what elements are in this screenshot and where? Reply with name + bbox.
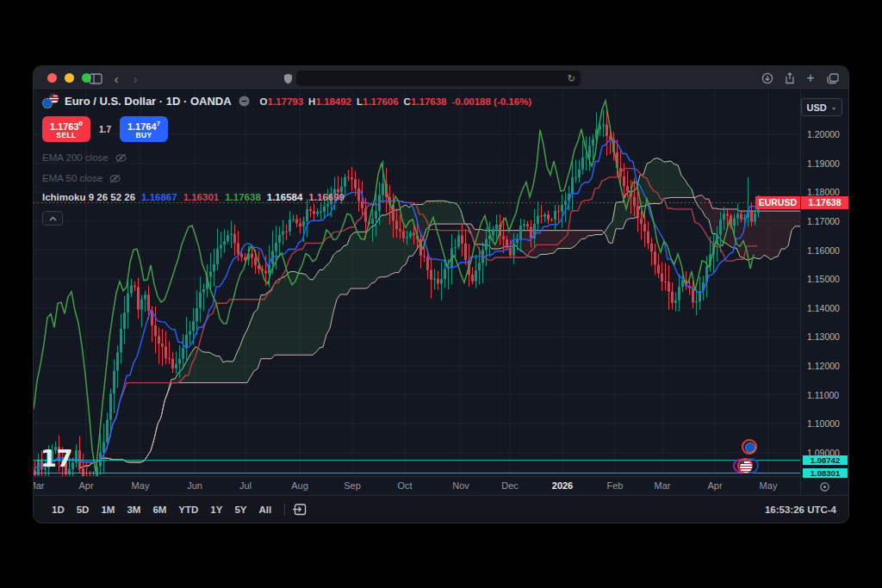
- axis-settings-corner[interactable]: [800, 477, 848, 496]
- indicator-ema200[interactable]: EMA 200 close: [42, 152, 531, 163]
- time-tick-label: Jun: [187, 480, 202, 491]
- eu-event-marker-icon[interactable]: [742, 439, 759, 456]
- currency-dropdown[interactable]: USD ⌄: [801, 98, 842, 116]
- trade-buttons: 1.17630 SELL 1.7 1.17647 BUY: [42, 116, 531, 142]
- range-3m[interactable]: 3M: [121, 502, 146, 517]
- range-ytd[interactable]: YTD: [172, 502, 204, 517]
- chevron-up-icon: [49, 216, 57, 221]
- buy-button[interactable]: 1.17647 BUY: [120, 116, 168, 142]
- symbol-title[interactable]: Euro / U.S. Dollar · 1D · OANDA: [65, 95, 232, 108]
- price-tick-label: 1.17000: [807, 216, 840, 226]
- visibility-off-icon[interactable]: [109, 174, 121, 183]
- forward-button[interactable]: ›: [128, 66, 142, 90]
- time-tick-label: Dec: [501, 480, 519, 491]
- us-flag-icon: [740, 461, 752, 473]
- sell-button[interactable]: 1.17630 SELL: [42, 116, 90, 142]
- price-tick-label: 1.10000: [807, 418, 840, 429]
- currency-pair-icon: [42, 94, 59, 108]
- change-readout: -0.00188 (-0.16%): [452, 96, 532, 107]
- price-tick-label: 1.13000: [807, 331, 840, 342]
- price-tick-label: 1.16000: [807, 245, 840, 256]
- time-tick-label: May: [760, 480, 778, 491]
- traffic-lights: [47, 73, 91, 83]
- time-tick-label: Nov: [452, 480, 469, 491]
- alert-price-label[interactable]: 1.08301: [803, 468, 848, 478]
- legend-collapse-button[interactable]: [42, 211, 63, 226]
- browser-window: ‹ › ↻ + 17: [34, 66, 848, 523]
- browser-toolbar: ‹ › ↻ +: [34, 66, 848, 90]
- gear-icon[interactable]: [819, 481, 830, 492]
- chevron-down-icon: ⌄: [831, 103, 837, 111]
- eu-flag-icon: [42, 98, 53, 108]
- range-5y[interactable]: 5Y: [228, 502, 252, 517]
- visibility-off-icon[interactable]: [115, 153, 127, 163]
- alert-price-label[interactable]: 1.08742: [803, 455, 848, 465]
- share-icon[interactable]: [782, 66, 798, 90]
- legend-collapse-icon[interactable]: [238, 95, 251, 108]
- reload-icon[interactable]: ↻: [568, 74, 575, 84]
- back-button[interactable]: ‹: [109, 66, 123, 90]
- range-1y[interactable]: 1Y: [204, 502, 228, 517]
- price-tick-label: 1.12000: [807, 361, 840, 371]
- minimize-window-button[interactable]: [65, 73, 74, 83]
- time-tick-label: Mar: [34, 480, 44, 491]
- chart-area: 17 Euro / U.S. Dollar · 1D · OANDA: [34, 90, 848, 523]
- bottom-toolbar: 1D 5D 1M 3M 6M YTD 1Y 5Y All 16:53:26 UT…: [34, 495, 848, 523]
- time-tick-label: Mar: [655, 480, 671, 491]
- price-tick-label: 1.14000: [807, 303, 840, 313]
- go-to-date-icon[interactable]: [292, 503, 307, 516]
- last-price-symbol: EURUSD: [755, 196, 800, 209]
- time-tick-label: 2026: [552, 480, 573, 491]
- spread-value: 1.7: [90, 125, 120, 134]
- price-tick-label: 1.11000: [807, 390, 839, 400]
- time-tick-label: Sep: [344, 480, 361, 491]
- privacy-shield-icon[interactable]: [282, 66, 294, 90]
- price-axis[interactable]: USD ⌄ 1.200001.190001.180001.170001.1600…: [800, 90, 848, 476]
- time-tick-label: Apr: [707, 480, 722, 491]
- downloads-icon[interactable]: [760, 66, 775, 90]
- price-tick-label: 1.19000: [807, 158, 840, 169]
- time-tick-label: Feb: [607, 480, 624, 491]
- last-price-tag: EURUSD 1.17638: [755, 196, 848, 209]
- range-all[interactable]: All: [253, 502, 278, 517]
- chart-legend: Euro / U.S. Dollar · 1D · OANDA O1.17793…: [42, 94, 531, 226]
- time-tick-label: May: [132, 480, 150, 491]
- tab-overview-icon[interactable]: [824, 66, 842, 90]
- url-address-field[interactable]: ↻: [296, 71, 581, 86]
- toolbar-divider: [284, 504, 285, 516]
- session-clock[interactable]: 16:53:26 UTC-4: [765, 504, 836, 515]
- price-tick-label: 1.15000: [807, 274, 840, 284]
- tradingview-watermark: 17: [40, 445, 73, 472]
- range-1m[interactable]: 1M: [95, 502, 121, 517]
- range-6m[interactable]: 6M: [146, 502, 172, 517]
- range-1d[interactable]: 1D: [46, 502, 71, 517]
- time-tick-label: Oct: [397, 480, 412, 491]
- indicator-ichimoku[interactable]: Ichimoku 9 26 52 26 1.16867 1.16301 1.17…: [42, 192, 531, 202]
- price-tick-label: 1.20000: [807, 129, 840, 139]
- time-axis[interactable]: MarAprMayJunJulAugSepOctNovDec2026FebMar…: [34, 476, 848, 495]
- indicator-ema50[interactable]: EMA 50 close: [42, 173, 531, 183]
- last-price-value: 1.17638: [801, 196, 848, 209]
- new-tab-icon[interactable]: +: [803, 66, 818, 90]
- close-window-button[interactable]: [47, 73, 57, 83]
- range-5d[interactable]: 5D: [71, 502, 96, 517]
- time-tick-label: Jul: [239, 480, 252, 491]
- sidebar-icon[interactable]: [87, 66, 104, 90]
- time-tick-label: Aug: [291, 480, 308, 491]
- ohlc-readout: O1.17793 H1.18492 L1.17606 C1.17638 -0.0…: [260, 96, 532, 107]
- us-event-marker-icon[interactable]: [733, 458, 762, 475]
- time-tick-label: Apr: [78, 480, 93, 491]
